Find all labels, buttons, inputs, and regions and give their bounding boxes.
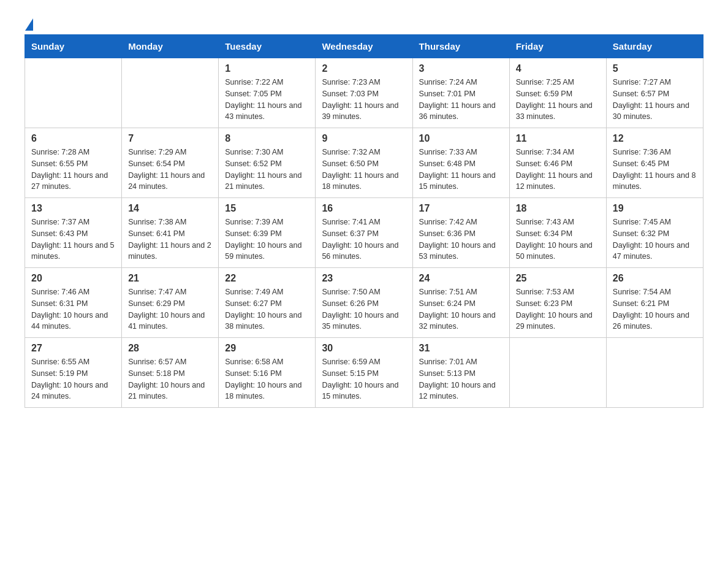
- day-info: Sunrise: 7:50 AMSunset: 6:26 PMDaylight:…: [322, 286, 406, 332]
- calendar-week-row: 27Sunrise: 6:55 AMSunset: 5:19 PMDayligh…: [25, 338, 703, 408]
- day-number: 25: [516, 273, 600, 284]
- calendar-cell: 28Sunrise: 6:57 AMSunset: 5:18 PMDayligh…: [122, 338, 219, 408]
- calendar-cell: 26Sunrise: 7:54 AMSunset: 6:21 PMDayligh…: [606, 268, 703, 338]
- day-number: 16: [322, 203, 406, 214]
- day-number: 1: [225, 63, 309, 74]
- calendar-cell: 31Sunrise: 7:01 AMSunset: 5:13 PMDayligh…: [412, 338, 509, 408]
- calendar-week-row: 6Sunrise: 7:28 AMSunset: 6:55 PMDaylight…: [25, 128, 703, 198]
- day-info: Sunrise: 7:43 AMSunset: 6:34 PMDaylight:…: [516, 216, 600, 262]
- day-info: Sunrise: 7:47 AMSunset: 6:29 PMDaylight:…: [128, 286, 212, 332]
- logo-triangle-icon: [25, 18, 33, 31]
- day-info: Sunrise: 7:51 AMSunset: 6:24 PMDaylight:…: [419, 286, 503, 332]
- calendar-cell: 18Sunrise: 7:43 AMSunset: 6:34 PMDayligh…: [509, 198, 606, 268]
- calendar-cell: 10Sunrise: 7:33 AMSunset: 6:48 PMDayligh…: [412, 128, 509, 198]
- day-info: Sunrise: 6:59 AMSunset: 5:15 PMDaylight:…: [322, 356, 406, 402]
- day-number: 8: [225, 133, 309, 144]
- calendar-header-row: SundayMondayTuesdayWednesdayThursdayFrid…: [25, 35, 703, 58]
- day-info: Sunrise: 7:23 AMSunset: 7:03 PMDaylight:…: [322, 77, 406, 123]
- day-info: Sunrise: 6:57 AMSunset: 5:18 PMDaylight:…: [128, 356, 212, 402]
- header-saturday: Saturday: [606, 35, 703, 58]
- day-info: Sunrise: 7:24 AMSunset: 7:01 PMDaylight:…: [419, 77, 503, 123]
- day-info: Sunrise: 7:29 AMSunset: 6:54 PMDaylight:…: [128, 147, 212, 193]
- day-info: Sunrise: 7:27 AMSunset: 6:57 PMDaylight:…: [613, 77, 697, 123]
- calendar-cell: [509, 338, 606, 408]
- header-thursday: Thursday: [412, 35, 509, 58]
- calendar-cell: 8Sunrise: 7:30 AMSunset: 6:52 PMDaylight…: [219, 128, 316, 198]
- calendar-cell: 21Sunrise: 7:47 AMSunset: 6:29 PMDayligh…: [122, 268, 219, 338]
- calendar-cell: 14Sunrise: 7:38 AMSunset: 6:41 PMDayligh…: [122, 198, 219, 268]
- day-number: 24: [419, 273, 503, 284]
- day-number: 7: [128, 133, 212, 144]
- day-info: Sunrise: 7:49 AMSunset: 6:27 PMDaylight:…: [225, 286, 309, 332]
- calendar-cell: 9Sunrise: 7:32 AMSunset: 6:50 PMDaylight…: [316, 128, 412, 198]
- day-number: 31: [419, 343, 503, 354]
- day-info: Sunrise: 7:46 AMSunset: 6:31 PMDaylight:…: [31, 286, 115, 332]
- calendar-cell: 22Sunrise: 7:49 AMSunset: 6:27 PMDayligh…: [219, 268, 316, 338]
- day-number: 4: [516, 63, 600, 74]
- day-info: Sunrise: 7:34 AMSunset: 6:46 PMDaylight:…: [516, 147, 600, 193]
- calendar-cell: [122, 58, 219, 128]
- header: [25, 18, 703, 28]
- day-number: 22: [225, 273, 309, 284]
- day-number: 29: [225, 343, 309, 354]
- day-number: 26: [613, 273, 697, 284]
- logo: [25, 18, 33, 28]
- day-info: Sunrise: 7:38 AMSunset: 6:41 PMDaylight:…: [128, 216, 212, 262]
- day-number: 2: [322, 63, 406, 74]
- calendar-cell: 12Sunrise: 7:36 AMSunset: 6:45 PMDayligh…: [606, 128, 703, 198]
- day-info: Sunrise: 7:25 AMSunset: 6:59 PMDaylight:…: [516, 77, 600, 123]
- day-info: Sunrise: 7:28 AMSunset: 6:55 PMDaylight:…: [31, 147, 115, 193]
- day-info: Sunrise: 7:39 AMSunset: 6:39 PMDaylight:…: [225, 216, 309, 262]
- day-number: 3: [419, 63, 503, 74]
- day-info: Sunrise: 7:54 AMSunset: 6:21 PMDaylight:…: [613, 286, 697, 332]
- calendar-cell: 7Sunrise: 7:29 AMSunset: 6:54 PMDaylight…: [122, 128, 219, 198]
- day-number: 23: [322, 273, 406, 284]
- day-number: 9: [322, 133, 406, 144]
- day-number: 10: [419, 133, 503, 144]
- calendar-cell: 19Sunrise: 7:45 AMSunset: 6:32 PMDayligh…: [606, 198, 703, 268]
- calendar-cell: 23Sunrise: 7:50 AMSunset: 6:26 PMDayligh…: [316, 268, 412, 338]
- day-number: 27: [31, 343, 115, 354]
- calendar-week-row: 1Sunrise: 7:22 AMSunset: 7:05 PMDaylight…: [25, 58, 703, 128]
- day-number: 17: [419, 203, 503, 214]
- calendar-cell: 24Sunrise: 7:51 AMSunset: 6:24 PMDayligh…: [412, 268, 509, 338]
- day-number: 15: [225, 203, 309, 214]
- day-info: Sunrise: 7:37 AMSunset: 6:43 PMDaylight:…: [31, 216, 115, 262]
- day-info: Sunrise: 7:36 AMSunset: 6:45 PMDaylight:…: [613, 147, 697, 193]
- day-number: 21: [128, 273, 212, 284]
- day-number: 28: [128, 343, 212, 354]
- calendar-cell: [25, 58, 122, 128]
- day-info: Sunrise: 7:33 AMSunset: 6:48 PMDaylight:…: [419, 147, 503, 193]
- day-number: 12: [613, 133, 697, 144]
- calendar-cell: 13Sunrise: 7:37 AMSunset: 6:43 PMDayligh…: [25, 198, 122, 268]
- day-info: Sunrise: 7:53 AMSunset: 6:23 PMDaylight:…: [516, 286, 600, 332]
- day-info: Sunrise: 7:01 AMSunset: 5:13 PMDaylight:…: [419, 356, 503, 402]
- day-number: 19: [613, 203, 697, 214]
- header-friday: Friday: [509, 35, 606, 58]
- day-info: Sunrise: 6:58 AMSunset: 5:16 PMDaylight:…: [225, 356, 309, 402]
- calendar-cell: 25Sunrise: 7:53 AMSunset: 6:23 PMDayligh…: [509, 268, 606, 338]
- calendar-cell: 27Sunrise: 6:55 AMSunset: 5:19 PMDayligh…: [25, 338, 122, 408]
- calendar-cell: 2Sunrise: 7:23 AMSunset: 7:03 PMDaylight…: [316, 58, 412, 128]
- calendar-cell: 11Sunrise: 7:34 AMSunset: 6:46 PMDayligh…: [509, 128, 606, 198]
- day-number: 5: [613, 63, 697, 74]
- calendar-cell: 30Sunrise: 6:59 AMSunset: 5:15 PMDayligh…: [316, 338, 412, 408]
- header-monday: Monday: [122, 35, 219, 58]
- day-info: Sunrise: 6:55 AMSunset: 5:19 PMDaylight:…: [31, 356, 115, 402]
- day-info: Sunrise: 7:30 AMSunset: 6:52 PMDaylight:…: [225, 147, 309, 193]
- calendar-cell: 5Sunrise: 7:27 AMSunset: 6:57 PMDaylight…: [606, 58, 703, 128]
- calendar-cell: 3Sunrise: 7:24 AMSunset: 7:01 PMDaylight…: [412, 58, 509, 128]
- day-info: Sunrise: 7:45 AMSunset: 6:32 PMDaylight:…: [613, 216, 697, 262]
- day-number: 30: [322, 343, 406, 354]
- day-info: Sunrise: 7:22 AMSunset: 7:05 PMDaylight:…: [225, 77, 309, 123]
- calendar-cell: 16Sunrise: 7:41 AMSunset: 6:37 PMDayligh…: [316, 198, 412, 268]
- calendar-week-row: 20Sunrise: 7:46 AMSunset: 6:31 PMDayligh…: [25, 268, 703, 338]
- day-info: Sunrise: 7:32 AMSunset: 6:50 PMDaylight:…: [322, 147, 406, 193]
- day-number: 13: [31, 203, 115, 214]
- calendar-cell: 15Sunrise: 7:39 AMSunset: 6:39 PMDayligh…: [219, 198, 316, 268]
- header-sunday: Sunday: [25, 35, 122, 58]
- calendar-cell: 4Sunrise: 7:25 AMSunset: 6:59 PMDaylight…: [509, 58, 606, 128]
- calendar-cell: 1Sunrise: 7:22 AMSunset: 7:05 PMDaylight…: [219, 58, 316, 128]
- header-wednesday: Wednesday: [316, 35, 412, 58]
- header-tuesday: Tuesday: [219, 35, 316, 58]
